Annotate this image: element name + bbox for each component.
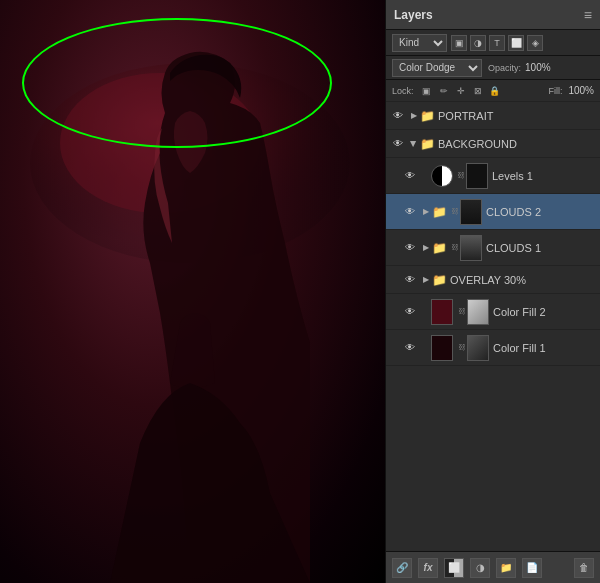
canvas-area xyxy=(0,0,385,583)
kind-adjust-icon[interactable]: ◑ xyxy=(470,35,486,51)
layer-colorfill2-name: Color Fill 2 xyxy=(493,306,596,318)
layer-portrait-name: PORTRAIT xyxy=(438,110,596,122)
panel-menu-icon[interactable]: ≡ xyxy=(584,7,592,23)
layer-overlay30[interactable]: 👁 ▶ 📁 OVERLAY 30% xyxy=(386,266,600,294)
layer-clouds1[interactable]: 👁 ▶ 📁 ⛓ CLOUDS 1 xyxy=(386,230,600,266)
clouds1-mask-thumb xyxy=(460,235,482,261)
colorfill2-color-thumb xyxy=(431,299,453,325)
layers-panel: Layers ≡ Kind Name Effect ▣ ◑ T ⬜ ◈ Colo… xyxy=(385,0,600,583)
kind-shape-icon[interactable]: ⬜ xyxy=(508,35,524,51)
expand-clouds2[interactable]: ▶ xyxy=(421,204,431,220)
layers-toolbar: 🔗 fx ⬜ ◑ 📁 📄 🗑 xyxy=(386,551,600,583)
kind-pixel-icon[interactable]: ▣ xyxy=(451,35,467,51)
lock-all-icon[interactable]: 🔒 xyxy=(488,84,502,98)
visibility-background[interactable]: 👁 xyxy=(390,136,406,152)
expand-portrait[interactable]: ▶ xyxy=(409,108,419,124)
levels1-mask-thumb xyxy=(466,163,488,189)
add-mask-button[interactable]: ⬜ xyxy=(444,558,464,578)
kind-smart-icon[interactable]: ◈ xyxy=(527,35,543,51)
layer-background[interactable]: 👁 ▶ 📁 BACKGROUND xyxy=(386,130,600,158)
new-fill-adjust-button[interactable]: ◑ xyxy=(470,558,490,578)
layers-list: 👁 ▶ 📁 PORTRAIT 👁 ▶ 📁 BACKGROUND 👁 ⛓ Leve… xyxy=(386,102,600,551)
kind-select[interactable]: Kind Name Effect xyxy=(392,34,447,52)
new-layer-button[interactable]: 📄 xyxy=(522,558,542,578)
delete-layer-button[interactable]: 🗑 xyxy=(574,558,594,578)
chain-clouds2: ⛓ xyxy=(450,199,460,225)
expand-clouds1[interactable]: ▶ xyxy=(421,240,431,256)
layer-colorfill1[interactable]: 👁 ⛓ Color Fill 1 xyxy=(386,330,600,366)
visibility-clouds1[interactable]: 👁 xyxy=(402,240,418,256)
lock-move-icon[interactable]: ✛ xyxy=(454,84,468,98)
kind-row: Kind Name Effect ▣ ◑ T ⬜ ◈ xyxy=(386,30,600,56)
folder-portrait-icon: 📁 xyxy=(419,108,435,124)
folder-clouds1-icon: 📁 xyxy=(431,240,447,256)
visibility-portrait[interactable]: 👁 xyxy=(390,108,406,124)
chain-colorfill1: ⛓ xyxy=(457,335,467,361)
chain-colorfill2: ⛓ xyxy=(457,299,467,325)
lock-transparency-icon[interactable]: ▣ xyxy=(420,84,434,98)
levels1-adj-icon xyxy=(431,165,453,187)
colorfill2-mask-thumb xyxy=(467,299,489,325)
visibility-colorfill2[interactable]: 👁 xyxy=(402,304,418,320)
panel-header: Layers ≡ xyxy=(386,0,600,30)
layer-background-name: BACKGROUND xyxy=(438,138,596,150)
layer-levels1[interactable]: 👁 ⛓ Levels 1 xyxy=(386,158,600,194)
opacity-label: Opacity: xyxy=(488,63,521,73)
colorfill1-mask-thumb xyxy=(467,335,489,361)
opacity-value[interactable]: 100% xyxy=(525,62,551,73)
blend-mode-select[interactable]: Color Dodge Normal Multiply Screen Overl… xyxy=(392,59,482,77)
kind-type-icon[interactable]: T xyxy=(489,35,505,51)
blend-mode-row: Color Dodge Normal Multiply Screen Overl… xyxy=(386,56,600,80)
visibility-levels1[interactable]: 👁 xyxy=(402,168,418,184)
link-layers-button[interactable]: 🔗 xyxy=(392,558,412,578)
layer-overlay30-name: OVERLAY 30% xyxy=(450,274,596,286)
lock-icons: ▣ ✏ ✛ ⊠ 🔒 xyxy=(420,84,502,98)
layer-colorfill2[interactable]: 👁 ⛓ Color Fill 2 xyxy=(386,294,600,330)
layer-clouds2[interactable]: 👁 ▶ 📁 ⛓ CLOUDS 2 xyxy=(386,194,600,230)
lock-artboard-icon[interactable]: ⊠ xyxy=(471,84,485,98)
layer-colorfill1-name: Color Fill 1 xyxy=(493,342,596,354)
folder-overlay30-icon: 📁 xyxy=(431,272,447,288)
fill-value[interactable]: 100% xyxy=(568,85,594,96)
panel-title: Layers xyxy=(394,8,433,22)
folder-clouds2-icon: 📁 xyxy=(431,204,447,220)
layer-portrait[interactable]: 👁 ▶ 📁 PORTRAIT xyxy=(386,102,600,130)
new-group-button[interactable]: 📁 xyxy=(496,558,516,578)
chain-clouds1: ⛓ xyxy=(450,235,460,261)
layer-clouds1-name: CLOUDS 1 xyxy=(486,242,596,254)
fill-label: Fill: xyxy=(548,86,562,96)
lock-label: Lock: xyxy=(392,86,414,96)
layer-fx-button[interactable]: fx xyxy=(418,558,438,578)
expand-background[interactable]: ▶ xyxy=(406,139,422,149)
chain-levels1: ⛓ xyxy=(456,163,466,189)
clouds2-mask-thumb xyxy=(460,199,482,225)
kind-icons: ▣ ◑ T ⬜ ◈ xyxy=(451,35,543,51)
visibility-colorfill1[interactable]: 👁 xyxy=(402,340,418,356)
portrait-silhouette xyxy=(10,43,370,583)
visibility-overlay30[interactable]: 👁 xyxy=(402,272,418,288)
expand-overlay30[interactable]: ▶ xyxy=(421,272,431,288)
layer-levels1-name: Levels 1 xyxy=(492,170,596,182)
lock-row: Lock: ▣ ✏ ✛ ⊠ 🔒 Fill: 100% xyxy=(386,80,600,102)
layer-clouds2-name: CLOUDS 2 xyxy=(486,206,596,218)
lock-paint-icon[interactable]: ✏ xyxy=(437,84,451,98)
visibility-clouds2[interactable]: 👁 xyxy=(402,204,418,220)
colorfill1-color-thumb xyxy=(431,335,453,361)
